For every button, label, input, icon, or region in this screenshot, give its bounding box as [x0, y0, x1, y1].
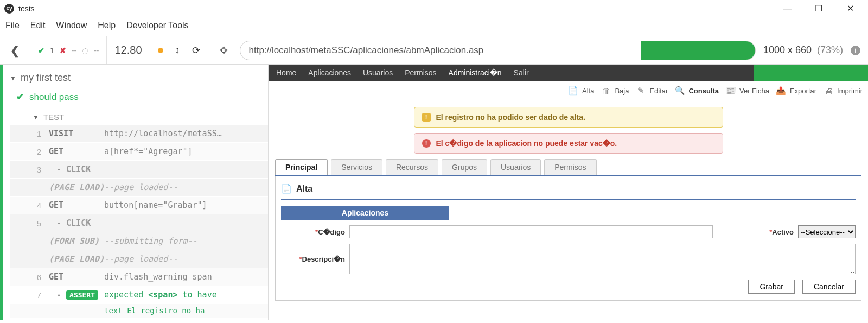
menu-edit[interactable]: Edit [30, 21, 46, 30]
close-button[interactable]: ✕ [842, 1, 858, 17]
minimize-button[interactable]: ― [779, 1, 795, 17]
maximize-button[interactable]: ☐ [810, 1, 827, 17]
alert-text: El registro no ha podido ser dado de alt… [436, 113, 585, 122]
print-icon: 🖨 [822, 84, 835, 97]
cmd-event: (PAGE LOAD) [41, 182, 104, 192]
reload-button[interactable]: ⟳ [192, 45, 200, 56]
nav-salir[interactable]: Salir [514, 68, 529, 77]
activo-select[interactable]: --Seleccione-- [798, 225, 856, 238]
menu-devtools[interactable]: Developer Tools [126, 21, 188, 30]
command-row[interactable]: 5 - CLICK [10, 214, 268, 232]
menu-help[interactable]: Help [98, 21, 116, 30]
reporter-panel: ▼ my first test ✔ should pass ▼ TEST 1 V… [0, 65, 268, 320]
toolbar-editar[interactable]: ✎Editar [634, 84, 668, 97]
tab-usuarios[interactable]: Usuarios [490, 159, 541, 175]
cmd-name: GET [41, 272, 104, 282]
cmd-name: GET [41, 147, 104, 156]
suite-title: my first test [21, 72, 71, 84]
toolbar-label: Ver Ficha [739, 87, 769, 95]
nav-aplicaciones[interactable]: Aplicaciones [308, 68, 351, 77]
command-event-row[interactable]: (PAGE LOAD) --page loaded-- [10, 250, 268, 268]
descripcion-input[interactable] [349, 244, 856, 274]
toolbar-label: Baja [615, 87, 629, 95]
toolbar-label: Consulta [688, 87, 719, 95]
command-event-row[interactable]: (PAGE LOAD) --page loaded-- [10, 179, 268, 197]
back-button[interactable]: ❮ [0, 36, 30, 64]
cmd-message: div.flash_warning span [104, 272, 268, 282]
plus-icon: 📄 [567, 84, 580, 97]
menu-window[interactable]: Window [56, 21, 87, 30]
recording-dot-icon [158, 48, 163, 53]
cmd-message: a[href*="Agregar"] [104, 147, 268, 156]
cmd-number: 7 [26, 290, 41, 300]
command-assert-row[interactable]: 7 - ASSERT expected <span> to have [10, 286, 268, 304]
cmd-event: (FORM SUB) [41, 236, 104, 246]
command-row[interactable]: 1 VISIT http://localhost/metaSS… [10, 125, 268, 143]
cmd-message: http://localhost/metaSS… [104, 129, 268, 138]
delete-icon: 🗑 [599, 84, 612, 97]
error-icon: ! [422, 139, 431, 148]
toolbar-baja[interactable]: 🗑Baja [599, 84, 629, 97]
search-icon: 🔍 [673, 84, 686, 97]
app-icon: cy [4, 4, 14, 14]
assert-bold: El registro no ha [127, 306, 205, 315]
menu-bar: File Edit Window Help Developer Tools [0, 17, 868, 36]
window-title: tests [18, 4, 35, 13]
command-event-row[interactable]: (FORM SUB) --submitting form-- [10, 232, 268, 250]
command-row[interactable]: 4 GET button[name="Grabar"] [10, 197, 268, 214]
pending-count: -- [94, 46, 99, 55]
codigo-input[interactable] [349, 225, 713, 238]
tab-recursos[interactable]: Recursos [386, 159, 438, 175]
assert-tag: <span> [148, 290, 177, 300]
nav-permisos[interactable]: Permisos [405, 68, 436, 77]
cmd-number: 2 [26, 147, 41, 156]
grabar-button[interactable]: Grabar [748, 280, 795, 294]
suite-row[interactable]: ▼ my first test [10, 70, 268, 89]
test-body-label[interactable]: ▼ TEST [10, 107, 268, 125]
divider [281, 199, 856, 200]
aut-url[interactable]: http://localhost/metaSSC/aplicaciones/ab… [240, 41, 756, 60]
dash: - [49, 290, 61, 300]
nav-administracion[interactable]: Administraci�n [449, 68, 502, 77]
viewport-toggle-icon[interactable]: ↕ [175, 45, 180, 56]
tab-permisos[interactable]: Permisos [544, 159, 596, 175]
info-icon[interactable]: i [851, 46, 860, 55]
assert-text: expected [104, 290, 148, 300]
test-row[interactable]: ✔ should pass [10, 89, 268, 107]
cancelar-button[interactable]: Cancelar [802, 280, 856, 294]
fail-count: -- [72, 46, 76, 55]
toolbar-imprimir[interactable]: 🖨Imprimir [822, 84, 863, 97]
cmd-message: --submitting form-- [104, 236, 268, 246]
toolbar-label: Imprimir [837, 87, 863, 95]
menu-file[interactable]: File [5, 21, 20, 30]
cmd-number: 4 [26, 201, 41, 210]
cmd-number: 5 [26, 219, 41, 228]
selector-playground-icon[interactable]: ✥ [216, 45, 232, 56]
alert-warning: ! El registro no ha podido ser dado de a… [414, 107, 723, 128]
cmd-name: - CLICK [49, 164, 91, 174]
test-counts: ✔ 1 ✘ -- ◌ -- [30, 36, 107, 64]
nav-home[interactable]: Home [276, 68, 296, 77]
aut-url-text: http://localhost/metaSSC/aplicaciones/ab… [249, 45, 484, 56]
nav-usuarios[interactable]: Usuarios [363, 68, 393, 77]
tab-servicios[interactable]: Servicios [331, 159, 382, 175]
cmd-number: 6 [26, 273, 41, 282]
toolbar-alta[interactable]: 📄Alta [567, 84, 594, 97]
tab-grupos[interactable]: Grupos [442, 159, 487, 175]
command-row[interactable]: 3 - CLICK [10, 161, 268, 179]
toolbar-verficha[interactable]: 📰Ver Ficha [724, 84, 769, 97]
tab-principal[interactable]: Principal [275, 159, 328, 175]
command-row[interactable]: 6 GET div.flash_warning span [10, 268, 268, 286]
codigo-label: *C�digo [281, 228, 345, 236]
toolbar-exportar[interactable]: 📤Exportar [775, 84, 816, 97]
cmd-number: 3 [26, 165, 41, 174]
viewport-info[interactable]: 1000 x 660 (73%) [763, 45, 843, 56]
panel-title: Alta [296, 184, 312, 194]
toolbar-label: Alta [582, 87, 594, 95]
check-icon: ✔ [16, 91, 24, 103]
command-row[interactable]: 2 GET a[href*="Agregar"] [10, 143, 268, 161]
x-icon: ✘ [60, 46, 66, 55]
toolbar-consulta[interactable]: 🔍Consulta [673, 84, 719, 97]
check-icon: ✔ [38, 46, 44, 55]
cmd-name: GET [41, 200, 104, 210]
